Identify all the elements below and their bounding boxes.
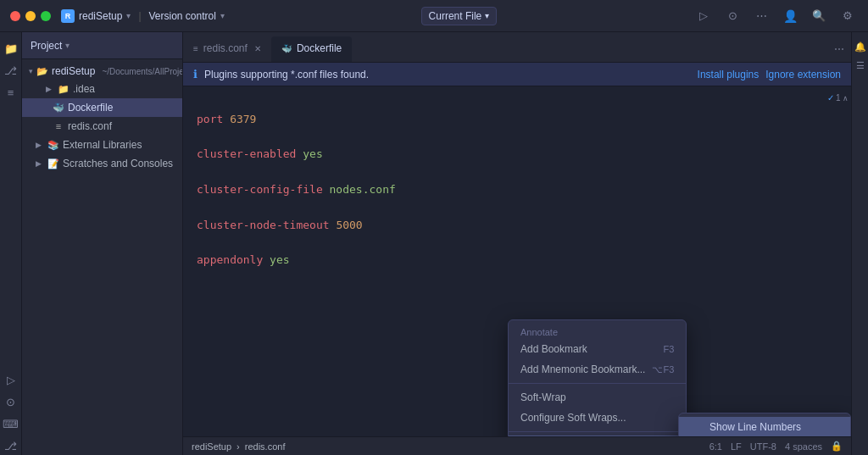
redis-file-icon: ≡ xyxy=(53,121,64,131)
code-line-4: cluster-node-timeout 5000 xyxy=(197,217,832,235)
docker-file-icon: 🐳 xyxy=(53,103,64,114)
breadcrumb-project[interactable]: rediSetup xyxy=(192,441,231,452)
editor-content[interactable]: port 6379 cluster-enabled yes cluster-co… xyxy=(183,86,851,436)
code-line-3: cluster-config-file nodes.conf xyxy=(197,181,832,199)
submenu-item-show-line-numbers[interactable]: Show Line Numbers xyxy=(679,417,850,436)
search-button[interactable]: 🔍 xyxy=(809,6,829,26)
idea-folder-icon: 📁 xyxy=(58,84,70,95)
ignore-extension-button[interactable]: Ignore extension xyxy=(765,69,841,80)
title-center: Current File ▾ xyxy=(225,7,693,25)
play-icon: ▷ xyxy=(7,374,15,386)
menu-section-annotate: Annotate xyxy=(509,324,686,339)
dockerfile-tab-label: Dockerfile xyxy=(297,42,342,54)
tree-item-idea[interactable]: ▶ 📁 .idea xyxy=(22,80,182,98)
more-tabs-icon: ⋯ xyxy=(834,43,844,55)
check-icon: ✓ xyxy=(827,93,834,103)
scratches-icon: 📝 xyxy=(47,158,59,169)
redisconf-tab-label: redis.conf xyxy=(203,42,248,54)
debug-button[interactable]: ⊙ xyxy=(722,6,743,26)
tree-item-dockerfile[interactable]: 🐳 Dockerfile xyxy=(22,98,182,117)
menu-divider-1 xyxy=(509,383,686,384)
user-icon: 👤 xyxy=(783,9,798,23)
menu-item-configure-soft-wraps[interactable]: Configure Soft Wraps... xyxy=(509,408,686,428)
status-breadcrumbs: rediSetup › redis.conf xyxy=(192,441,285,452)
close-button[interactable] xyxy=(10,11,20,21)
terminal-icon: ⌨ xyxy=(3,418,19,430)
project-root-name: rediSetup xyxy=(52,65,95,77)
line-ending[interactable]: LF xyxy=(731,441,742,452)
lock-icon[interactable]: 🔒 xyxy=(831,441,843,452)
project-root-path: ~/Documents/AllProject/rediSetup xyxy=(102,67,182,76)
current-file-button[interactable]: Current File ▾ xyxy=(421,7,498,25)
project-folder-icon: 📂 xyxy=(36,66,48,77)
titlebar: R rediSetup ▾ | Version control ▾ Curren… xyxy=(0,0,868,32)
folder-icon: 📁 xyxy=(4,42,18,55)
maximize-button[interactable] xyxy=(41,11,51,21)
tree-item-scratches[interactable]: ▶ 📝 Scratches and Consoles xyxy=(22,154,182,173)
left-sidebar-icons: 📁 ⎇ ≡ ▷ ⊙ ⌨ ⎇ xyxy=(0,32,22,455)
version-control-label[interactable]: Version control xyxy=(149,10,216,22)
redisconf-tab-close-icon[interactable]: ✕ xyxy=(254,44,261,53)
sidebar-icon-git[interactable]: ⎇ xyxy=(2,436,20,455)
breadcrumb-file[interactable]: redis.conf xyxy=(245,441,286,452)
menu-item-add-bookmark[interactable]: Add Bookmark F3 xyxy=(509,339,686,359)
tree-item-external-libraries[interactable]: ▶ 📚 External Libraries xyxy=(22,136,182,154)
traffic-lights xyxy=(10,11,51,21)
idea-chevron-icon: ▶ xyxy=(46,85,54,93)
project-header-chevron-icon: ▾ xyxy=(65,41,70,50)
submenu-appearance: Show Line Numbers Breakpoints Over Line … xyxy=(678,413,851,436)
tab-dockerfile[interactable]: 🐳 Dockerfile xyxy=(271,36,352,62)
list-icon-button[interactable]: ☰ xyxy=(853,58,868,73)
encoding[interactable]: UTF-8 xyxy=(750,441,776,452)
indent-label[interactable]: 4 spaces xyxy=(785,441,822,452)
notifications-button[interactable]: 🔔 xyxy=(853,39,868,54)
minimize-button[interactable] xyxy=(25,11,36,21)
fold-arrows: ∧ ∨ xyxy=(843,94,851,103)
cursor-position[interactable]: 6:1 xyxy=(709,441,722,452)
external-chevron-icon: ▶ xyxy=(36,141,44,149)
app-icon: R xyxy=(61,9,75,23)
tree-root-item[interactable]: ▾ 📂 rediSetup ~/Documents/AllProject/red… xyxy=(22,63,182,80)
menu-item-appearance[interactable]: Appearance ▶ xyxy=(509,436,686,436)
library-icon: 📚 xyxy=(47,140,59,151)
run-button[interactable]: ▷ xyxy=(693,6,714,26)
debug-icon: ⊙ xyxy=(6,396,15,408)
main-layout: 📁 ⎇ ≡ ▷ ⊙ ⌨ ⎇ Project ▾ ▾ xyxy=(0,32,868,455)
sidebar-icon-run[interactable]: ▷ xyxy=(2,370,20,389)
debug-icon: ⊙ xyxy=(728,9,737,22)
sidebar-icon-structure[interactable]: ≡ xyxy=(2,83,20,102)
editor-area: ≡ redis.conf ✕ 🐳 Dockerfile ⋯ ℹ Plugins … xyxy=(183,32,851,455)
tab-more-button[interactable]: ⋯ xyxy=(827,36,851,62)
sidebar-icon-vcs[interactable]: ⎇ xyxy=(2,61,20,80)
project-panel-header[interactable]: Project ▾ xyxy=(22,32,182,59)
install-plugins-button[interactable]: Install plugins xyxy=(698,69,760,80)
settings-button[interactable]: ⚙ xyxy=(837,6,858,26)
more-button[interactable]: ⋯ xyxy=(751,6,771,26)
tree-item-redisconf[interactable]: ≡ redis.conf xyxy=(22,117,182,136)
gear-icon: ⚙ xyxy=(843,9,853,22)
git-icon: ⎇ xyxy=(4,64,17,77)
code-line-2: cluster-enabled yes xyxy=(197,146,832,164)
chevron-down-icon: ▾ xyxy=(126,11,131,20)
sidebar-icon-terminal[interactable]: ⌨ xyxy=(2,414,20,433)
user-button[interactable]: 👤 xyxy=(780,6,800,26)
menu-item-add-mnemonic[interactable]: Add Mnemonic Bookmark... ⌥F3 xyxy=(509,359,686,380)
fold-indicator[interactable]: ✓ 1 ∧ ∨ xyxy=(827,93,851,103)
dockerfile-label: Dockerfile xyxy=(68,102,113,114)
project-header-label: Project xyxy=(31,40,62,52)
project-name-label[interactable]: rediSetup xyxy=(79,10,122,22)
project-panel: Project ▾ ▾ 📂 rediSetup ~/Documents/AllP… xyxy=(22,32,183,455)
sidebar-icon-project[interactable]: 📁 xyxy=(2,39,20,58)
notification-text: Plugins supporting *.conf files found. xyxy=(204,69,691,80)
context-menu: Annotate Add Bookmark F3 Add Mnemonic Bo… xyxy=(508,319,687,436)
scratches-label: Scratches and Consoles xyxy=(63,158,173,169)
right-sidebar-icons: 🔔 ☰ xyxy=(851,32,868,455)
run-icon: ▷ xyxy=(699,9,708,22)
add-mnemonic-label: Add Mnemonic Bookmark... xyxy=(520,363,645,375)
soft-wrap-label: Soft-Wrap xyxy=(520,391,566,403)
sidebar-icon-debug[interactable]: ⊙ xyxy=(2,392,20,411)
external-libraries-label: External Libraries xyxy=(63,139,142,151)
menu-item-soft-wrap[interactable]: Soft-Wrap xyxy=(509,387,686,408)
tab-bar: ≡ redis.conf ✕ 🐳 Dockerfile ⋯ xyxy=(183,32,851,63)
tab-redisconf[interactable]: ≡ redis.conf ✕ xyxy=(183,36,271,62)
